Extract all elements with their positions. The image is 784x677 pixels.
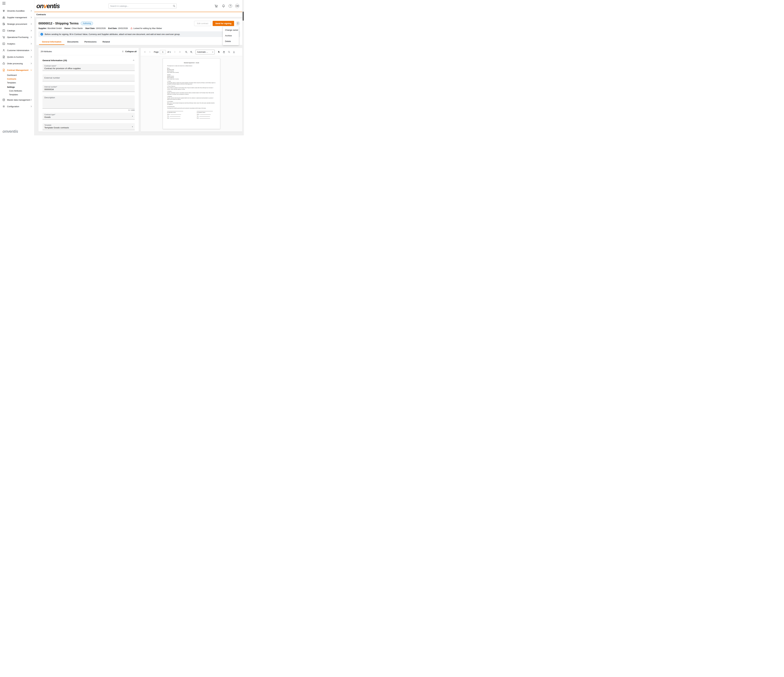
select-caret-icon: ▾ [213,51,213,53]
sidebar-item-customer-administration[interactable]: Customer Administration [0,47,34,54]
locked-text: Locked for editing by Max Weber [134,27,162,30]
sidebar-item-core-attributes[interactable]: Core Attributes [0,89,34,93]
help-icon[interactable]: ? [229,4,232,8]
signature-field: Title: [167,116,186,116]
contract-header-card: 00000012 - Shipping Terms Authoring Edit… [36,19,242,45]
template-field[interactable]: Template Template Goods contracts ▾ [42,123,135,130]
document-search-button[interactable] [227,50,231,54]
sidebar-item-master-data-management[interactable]: Master data management [0,96,34,103]
sidebar-item-dashboard[interactable]: Dashboard [0,73,34,77]
person-icon [2,49,5,52]
pdf-viewport[interactable]: Standard Agreement - Goods This Agreemen… [141,56,242,132]
sidebar-item-label: Master data management [7,99,30,101]
previous-page-button[interactable] [148,50,152,54]
sidebar-item-order-processing[interactable]: Order processing [0,60,34,67]
chevron-right-icon [30,36,32,38]
sidebar-item-strategic-procurement[interactable]: Strategic procurement [0,21,34,27]
page-title: 00000012 - Shipping Terms [39,22,79,25]
chevron-up-icon [132,59,135,61]
select-tool-button[interactable] [217,50,221,54]
internal-number-field[interactable]: Internal number* 00000034 [42,85,135,92]
cart-icon[interactable] [214,4,218,8]
next-page-button[interactable] [173,50,177,54]
search-input[interactable] [109,5,172,7]
external-number-field[interactable]: External number [42,75,135,81]
character-counter: 0 / 1000 [42,109,135,111]
owner-value: Chloé Martin [72,27,83,30]
download-button[interactable] [232,50,236,54]
contract-type-value: Goods [44,116,133,118]
menu-item-archive[interactable]: Archive [223,33,239,39]
tab-permissions[interactable]: Permissions [81,39,100,45]
scrollbar-thumb[interactable] [243,12,244,21]
buyer-line: BüroWelt GmbH [167,69,216,70]
send-for-signing-button[interactable]: Send for signing [213,21,234,26]
section-body: Supplier shall deliver goods in accordan… [167,92,216,95]
zoom-out-button[interactable] [184,50,188,54]
hand-tool-button[interactable] [222,50,226,54]
signature-field-label: Title: [167,116,169,116]
buyer-heading: Buyer: [167,68,216,69]
chevron-right-icon [30,23,32,25]
contract-type-field[interactable]: Contract type* Goods ▾ [42,113,135,120]
menu-item-change-owner[interactable]: Change owner [223,27,239,33]
document-title: Standard Agreement - Goods [167,62,216,64]
contract-name-field[interactable]: Contract name* Contract for provision of… [42,64,135,71]
menu-item-delete[interactable]: Delete [223,39,239,44]
sidebar-item-onventis-assistbee[interactable]: Onventis AssistBee [0,8,34,14]
sidebar-item-configuration[interactable]: Configuration [0,103,34,110]
sidebar-item-label: Onventis AssistBee [7,10,30,12]
more-actions-button[interactable]: ⋮ [236,21,240,26]
avatar[interactable]: CM [235,4,239,8]
tab-documents[interactable]: Documents [64,39,81,45]
sidebar-item-operational-purchasing[interactable]: Operational Purchasing [0,34,34,40]
edit-contract-button[interactable]: Edit contract [194,21,211,26]
zoom-mode-select[interactable]: Automatic ... ▾ [196,50,215,54]
clipboard-pen-icon [2,22,5,26]
signature-buyer-column: For BüroWelt GmbH Name: Title: Date: [167,111,186,120]
first-page-button[interactable] [143,50,147,54]
description-field[interactable]: Description [42,95,135,109]
locked-indicator: Locked for editing by Max Weber [130,27,162,30]
signature-field-label: Date: [197,118,199,118]
sidebar-item-supplier-management[interactable]: Supplier management [0,14,34,21]
database-icon [2,98,5,101]
book-icon [2,29,5,32]
start-date-value: 15/02/2026 [96,27,106,30]
hamburger-menu-icon[interactable] [2,2,6,5]
sidebar-footer-logo: onventis [3,129,18,134]
sidebar-item-contracts[interactable]: Contracts [0,77,34,81]
chevron-right-icon [30,30,32,32]
sidebar-item-templates[interactable]: Templates [0,81,34,85]
sidebar-item-quotes-auctions[interactable]: Quotes & Auctions [0,54,34,60]
collapse-all-button[interactable]: Collapse all [122,50,137,53]
header-icons: ? CM [214,4,239,8]
page-number-input[interactable] [160,50,166,54]
sidebar: Onventis AssistBee Supplier management S… [0,0,34,135]
signature-fill-line [170,116,180,116]
internal-number-label: Internal number* [44,86,133,88]
sidebar-item-settings-templates[interactable]: Templates [0,93,34,96]
page-scrollbar[interactable] [242,0,244,135]
bell-icon[interactable] [221,4,226,8]
sidebar-item-catalogs[interactable]: Catalogs [0,27,34,34]
tab-related[interactable]: Related [100,39,113,45]
start-date-label: Start Date: [85,27,95,30]
general-information-section-header[interactable]: General Information (10) [42,58,135,63]
section-heading: 6. Governing Law [167,106,216,107]
search-icon[interactable] [172,5,176,7]
sidebar-item-analytics[interactable]: Analytics [0,40,34,47]
tab-general-information[interactable]: General Information [39,39,64,45]
page-total: of 1 [167,51,171,53]
attributes-panel: 29 Attributes Collapse all General Infor… [39,48,139,132]
last-page-button[interactable] [178,50,182,54]
zoom-in-button[interactable] [189,50,193,54]
end-date-value: 15/02/2028 [118,27,128,30]
chevron-right-icon [30,105,32,107]
chevron-right-icon [30,10,32,12]
sidebar-item-contract-management[interactable]: Contract Management [0,67,34,73]
contract-meta-row: Supplier:BüroWelt GmbH Owner:Chloé Marti… [36,26,242,30]
document-icon [2,55,5,59]
sidebar-item-settings[interactable]: Settings [0,85,34,89]
breadcrumb[interactable]: Contracts [36,13,46,16]
